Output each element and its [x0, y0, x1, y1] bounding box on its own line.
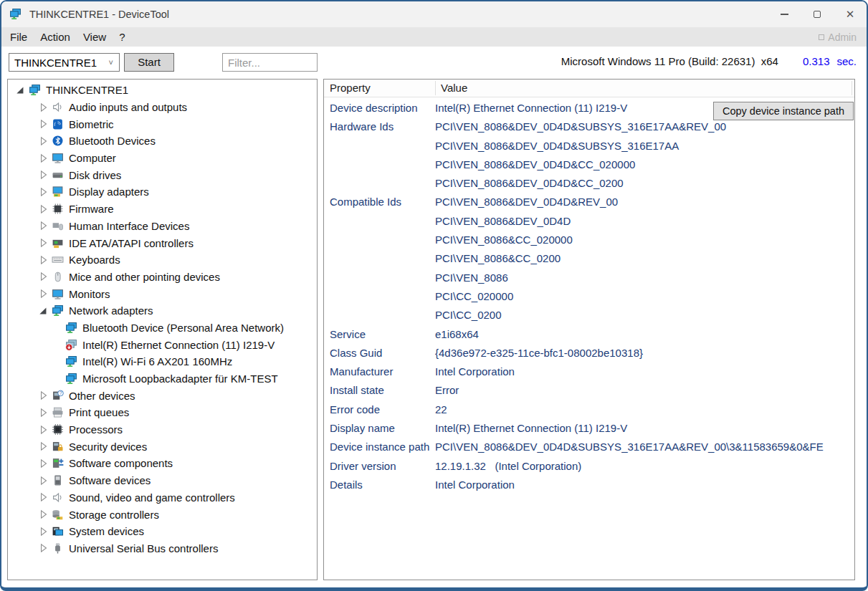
property-name: Hardware Ids — [324, 117, 435, 193]
tree-item[interactable]: Biometric — [8, 115, 317, 133]
tree-item[interactable]: Software components — [8, 455, 317, 472]
expand-arrow-icon[interactable] — [38, 237, 49, 249]
tree-item[interactable]: Computer — [8, 150, 317, 167]
ide-icon — [52, 237, 65, 249]
minimize-button[interactable] — [768, 1, 801, 27]
expand-arrow-icon[interactable] — [38, 288, 49, 299]
tree-item[interactable]: System devices — [8, 523, 317, 540]
start-button[interactable]: Start — [124, 53, 174, 72]
property-row: Driver version12.19.1.32 (Intel Corporat… — [324, 457, 854, 476]
tree-item[interactable]: Bluetooth Device (Personal Area Network) — [8, 319, 317, 337]
tree-item-label: Bluetooth Devices — [69, 135, 156, 147]
tree-item[interactable]: IDE ATA/ATAPI controllers — [8, 234, 317, 251]
menu-item-file[interactable]: File — [1, 27, 34, 47]
expand-arrow-icon[interactable] — [38, 390, 49, 401]
tree-item[interactable]: Sound, video and game controllers — [8, 489, 317, 506]
tree-item[interactable]: ?Other devices — [8, 387, 317, 404]
expand-arrow-icon[interactable] — [38, 186, 49, 198]
tree-item-label: Computer — [69, 152, 116, 164]
expand-arrow-icon[interactable] — [38, 458, 49, 469]
expand-arrow-icon[interactable] — [38, 542, 49, 554]
property-value: PCI\VEN_8086&DEV_0D4D&SUBSYS_316E17AA&RE… — [435, 438, 824, 456]
display-adapter-icon — [52, 186, 65, 198]
expand-arrow-icon[interactable] — [38, 102, 49, 113]
expand-arrow-icon[interactable] — [38, 475, 49, 486]
usb-icon — [52, 542, 65, 554]
tree-item[interactable]: Audio inputs and outputs — [8, 99, 317, 116]
tree-item[interactable]: Processors — [8, 421, 317, 438]
property-row: Servicee1i68x64 — [324, 325, 854, 344]
expand-arrow-icon[interactable] — [38, 135, 49, 147]
expand-arrow-icon[interactable] — [38, 153, 49, 164]
expand-arrow-icon[interactable] — [38, 509, 49, 520]
expand-arrow-icon[interactable] — [38, 271, 49, 282]
device-select-value: THINKCENTRE1 — [14, 57, 97, 69]
software-component-icon — [52, 457, 65, 469]
minimize-icon — [781, 14, 788, 14]
property-name: Service — [324, 325, 435, 344]
expand-arrow-icon[interactable] — [38, 118, 49, 130]
column-header-value[interactable]: Value — [441, 82, 467, 94]
property-values: Intel(R) Ethernet Connection (11) I219-V — [435, 99, 627, 117]
tree-item-label: Firmware — [69, 203, 114, 215]
expand-arrow-icon[interactable] — [38, 254, 49, 266]
tree-item[interactable]: Firmware — [8, 201, 317, 218]
tree-item[interactable]: Universal Serial Bus controllers — [8, 540, 317, 557]
property-value: Intel Corporation — [435, 476, 515, 494]
menu-item-action[interactable]: Action — [34, 27, 77, 47]
mouse-icon — [52, 271, 65, 283]
tree-item-label: Audio inputs and outputs — [69, 101, 187, 113]
property-value: PCI\VEN_8086&CC_0200 — [435, 249, 618, 268]
menu-item-view[interactable]: View — [77, 27, 113, 47]
tree-item[interactable]: Security devices — [8, 438, 317, 455]
property-value: PCI\VEN_8086&DEV_0D4D&SUBSYS_316E17AA&RE… — [435, 117, 726, 136]
tree-item[interactable]: Software devices — [8, 472, 317, 489]
expand-arrow-icon[interactable] — [38, 407, 49, 418]
menu-bar: FileActionView? Admin — [1, 27, 867, 47]
property-name: Device description — [324, 99, 435, 117]
tree-item-label: Microsoft Loopbackadapter für KM-TEST — [82, 373, 278, 385]
property-value: PCI\VEN_8086&DEV_0D4D&CC_020000 — [435, 155, 726, 174]
maximize-button[interactable] — [801, 1, 834, 27]
expand-arrow-icon[interactable] — [38, 424, 49, 436]
filter-input[interactable] — [222, 53, 318, 72]
copy-device-instance-path-button[interactable]: Copy device instance path — [713, 102, 854, 120]
expand-arrow-icon[interactable] — [38, 441, 49, 452]
tree-item[interactable]: Mice and other pointing devices — [8, 269, 317, 286]
property-name: Driver version — [324, 457, 435, 476]
column-header-property[interactable]: Property — [330, 82, 371, 94]
expand-arrow-icon[interactable] — [38, 526, 49, 537]
tree-item[interactable]: Intel(R) Ethernet Connection (11) I219-V — [8, 336, 317, 353]
property-value: PCI\VEN_8086&DEV_0D4D — [435, 212, 618, 231]
expand-arrow-icon[interactable] — [38, 169, 49, 181]
expand-arrow-icon[interactable] — [38, 491, 49, 503]
title-bar: THINKCENTRE1 - DeviceTool ✕ — [1, 1, 867, 27]
device-select[interactable]: THINKCENTRE1 ˅ — [9, 53, 120, 72]
expand-arrow-icon[interactable] — [38, 203, 49, 215]
expand-arrow-icon[interactable] — [38, 220, 49, 231]
menu-item-help[interactable]: ? — [113, 27, 131, 47]
close-button[interactable]: ✕ — [834, 1, 867, 27]
property-values: 22 — [435, 400, 447, 419]
tree-item[interactable]: THINKCENTRE1 — [8, 82, 317, 99]
tree-item[interactable]: Monitors — [8, 285, 317, 302]
network-icon — [65, 322, 78, 334]
property-values: Intel Corporation — [435, 362, 515, 381]
tree-item[interactable]: Display adapters — [8, 183, 317, 201]
tree-item[interactable]: Keyboards — [8, 251, 317, 269]
tree-item[interactable]: Storage controllers — [8, 506, 317, 523]
tree-item[interactable]: Human Interface Devices — [8, 218, 317, 235]
tree-item[interactable]: Network adapters — [8, 302, 317, 319]
collapse-arrow-icon[interactable] — [38, 305, 49, 317]
tree-item[interactable]: Disk drives — [8, 166, 317, 183]
tree-item-label: Security devices — [69, 441, 147, 453]
tree-item[interactable]: Intel(R) Wi-Fi 6 AX201 160MHz — [8, 353, 317, 370]
admin-checkbox[interactable]: Admin — [819, 32, 857, 43]
tree-item[interactable]: Microsoft Loopbackadapter für KM-TEST — [8, 370, 317, 388]
tree-item[interactable]: Print queues — [8, 404, 317, 421]
window-controls: ✕ — [768, 1, 867, 27]
chevron-down-icon: ˅ — [109, 58, 113, 67]
tree-item-label: Other devices — [69, 390, 135, 402]
collapse-arrow-icon[interactable] — [15, 85, 27, 96]
tree-item[interactable]: Bluetooth Devices — [8, 133, 317, 150]
